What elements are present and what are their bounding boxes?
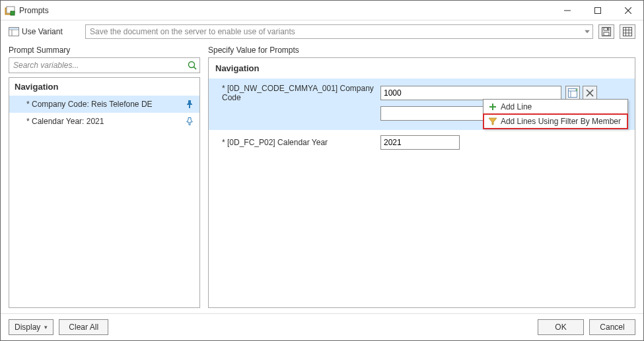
menu-item-label: Add Lines Using Filter By Member bbox=[501, 117, 621, 126]
svg-line-22 bbox=[194, 67, 196, 69]
menu-item-label: Add Line bbox=[501, 102, 532, 111]
prompts-panel: Navigation * [0D_NW_CODE_CMMYA_001] Comp… bbox=[208, 57, 635, 308]
window-title: Prompts bbox=[19, 6, 49, 15]
prompt-summary-list: Navigation * Company Code: Reis Telefone… bbox=[9, 77, 200, 308]
nav-header: Navigation bbox=[9, 78, 199, 96]
variant-placeholder: Save the document on the server to enabl… bbox=[90, 27, 295, 36]
cancel-label: Cancel bbox=[600, 323, 624, 332]
delete-line-button[interactable] bbox=[583, 86, 597, 100]
nav-item-company-code[interactable]: * Company Code: Reis Telefone DE bbox=[9, 96, 199, 113]
filter-icon bbox=[489, 117, 497, 125]
svg-rect-4 bbox=[595, 7, 601, 13]
variant-grid-button[interactable] bbox=[620, 24, 635, 39]
window-buttons bbox=[552, 1, 643, 20]
svg-rect-10 bbox=[9, 28, 18, 30]
chevron-down-icon bbox=[585, 30, 590, 34]
menu-item-filter-by-member[interactable]: Add Lines Using Filter By Member bbox=[483, 114, 627, 129]
prompts-window: Prompts Use Variant Save the document on… bbox=[0, 0, 644, 341]
prompt-row-calendar-year: * [0D_FC_P02] Calendar Year bbox=[215, 135, 628, 150]
use-variant-text: Use Variant bbox=[22, 27, 63, 36]
svg-text:+: + bbox=[575, 88, 577, 93]
clear-all-button[interactable]: Clear All bbox=[59, 319, 108, 335]
prompt-input-calendar-year[interactable] bbox=[380, 135, 460, 150]
variant-icon bbox=[9, 27, 19, 36]
chevron-down-icon: ▾ bbox=[44, 324, 48, 330]
add-line-menu: Add Line Add Lines Using Filter By Membe… bbox=[483, 99, 628, 129]
display-dropdown[interactable]: Display ▾ bbox=[9, 319, 54, 335]
search-icon[interactable] bbox=[188, 61, 197, 70]
close-button[interactable] bbox=[613, 1, 643, 20]
prompt-input-company-code[interactable] bbox=[380, 86, 561, 100]
titlebar: Prompts bbox=[1, 1, 643, 20]
display-label: Display bbox=[15, 323, 40, 332]
svg-rect-14 bbox=[604, 32, 609, 36]
menu-item-add-line[interactable]: Add Line bbox=[483, 100, 627, 114]
svg-marker-11 bbox=[585, 30, 590, 34]
search-variables-input[interactable] bbox=[12, 60, 188, 71]
left-panel: Prompt Summary Navigation * Company Code… bbox=[9, 43, 200, 308]
prompt-block-calendar-year: * [0D_FC_P02] Calendar Year bbox=[209, 130, 635, 159]
main-area: Prompt Summary Navigation * Company Code… bbox=[1, 43, 643, 313]
value-help-button[interactable]: + bbox=[565, 86, 580, 100]
minimize-button[interactable] bbox=[552, 1, 583, 20]
nav-item-label: * Company Code: Reis Telefone DE bbox=[26, 100, 153, 109]
prompt-label-company-code: * [0D_NW_CODE_CMMYA_001] Company Code bbox=[215, 84, 380, 102]
svg-rect-16 bbox=[624, 28, 632, 36]
maximize-button[interactable] bbox=[583, 1, 613, 20]
variant-row: Use Variant Save the document on the ser… bbox=[1, 20, 643, 43]
prompt-label-calendar-year: * [0D_FC_P02] Calendar Year bbox=[215, 138, 380, 147]
svg-rect-15 bbox=[607, 28, 608, 30]
variant-combo[interactable]: Save the document on the server to enabl… bbox=[85, 24, 593, 39]
clear-all-label: Clear All bbox=[69, 323, 98, 332]
svg-rect-2 bbox=[11, 11, 15, 15]
nav-item-calendar-year[interactable]: * Calendar Year: 2021 bbox=[9, 113, 199, 130]
app-icon bbox=[5, 5, 15, 16]
ok-label: OK bbox=[555, 323, 566, 332]
ok-button[interactable]: OK bbox=[538, 319, 584, 335]
right-panel: Specify Value for Prompts Navigation * [… bbox=[208, 43, 635, 308]
navigation-section-title: Navigation bbox=[209, 58, 635, 78]
footer: Display ▾ Clear All OK Cancel bbox=[1, 313, 643, 340]
pin-icon[interactable] bbox=[185, 117, 194, 126]
save-variant-button[interactable] bbox=[598, 24, 614, 39]
prompt-summary-header: Prompt Summary bbox=[9, 43, 200, 57]
nav-item-label: * Calendar Year: 2021 bbox=[26, 117, 104, 126]
pin-icon[interactable] bbox=[185, 100, 194, 109]
specify-value-header: Specify Value for Prompts bbox=[208, 43, 635, 57]
plus-icon bbox=[489, 103, 497, 111]
svg-marker-37 bbox=[489, 118, 497, 125]
use-variant-label: Use Variant bbox=[9, 27, 80, 36]
search-variables-wrap bbox=[9, 57, 200, 73]
svg-point-21 bbox=[189, 62, 195, 68]
cancel-button[interactable]: Cancel bbox=[589, 319, 635, 335]
